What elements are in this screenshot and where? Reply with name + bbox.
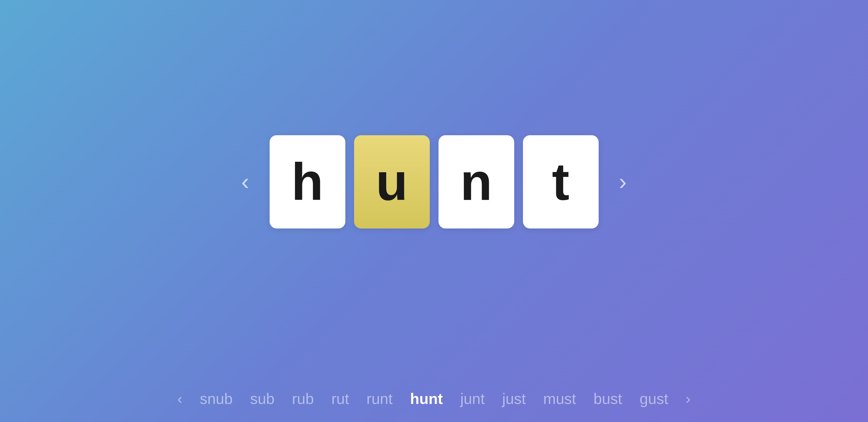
- bottom-next-arrow[interactable]: ›: [686, 390, 691, 407]
- letter-card-h[interactable]: h: [270, 135, 345, 228]
- word-runt[interactable]: runt: [367, 390, 393, 407]
- word-gust[interactable]: gust: [640, 390, 668, 407]
- next-arrow[interactable]: ›: [610, 163, 636, 201]
- letter-t: t: [552, 156, 569, 208]
- word-sub[interactable]: sub: [250, 390, 275, 407]
- bottom-nav: ‹ snub sub rub rut runt hunt junt just m…: [0, 375, 868, 422]
- word-rut[interactable]: rut: [331, 390, 349, 407]
- word-rub[interactable]: rub: [292, 390, 314, 407]
- prev-arrow[interactable]: ‹: [232, 163, 258, 201]
- word-must[interactable]: must: [543, 390, 576, 407]
- letter-card-t[interactable]: t: [523, 135, 599, 228]
- word-just[interactable]: just: [502, 390, 526, 407]
- main-area: ‹ h u n t ›: [232, 135, 636, 228]
- bottom-prev-arrow[interactable]: ‹: [177, 390, 182, 407]
- word-hunt[interactable]: hunt: [410, 390, 443, 407]
- word-bust[interactable]: bust: [593, 390, 622, 407]
- word-junt[interactable]: junt: [460, 390, 485, 407]
- letter-h: h: [291, 156, 323, 208]
- letter-card-u[interactable]: u: [354, 135, 430, 228]
- letter-card-n[interactable]: n: [438, 135, 514, 228]
- letter-u: u: [376, 156, 408, 208]
- letter-n: n: [460, 156, 492, 208]
- cards-container: h u n t: [270, 135, 599, 228]
- word-snub[interactable]: snub: [200, 390, 232, 407]
